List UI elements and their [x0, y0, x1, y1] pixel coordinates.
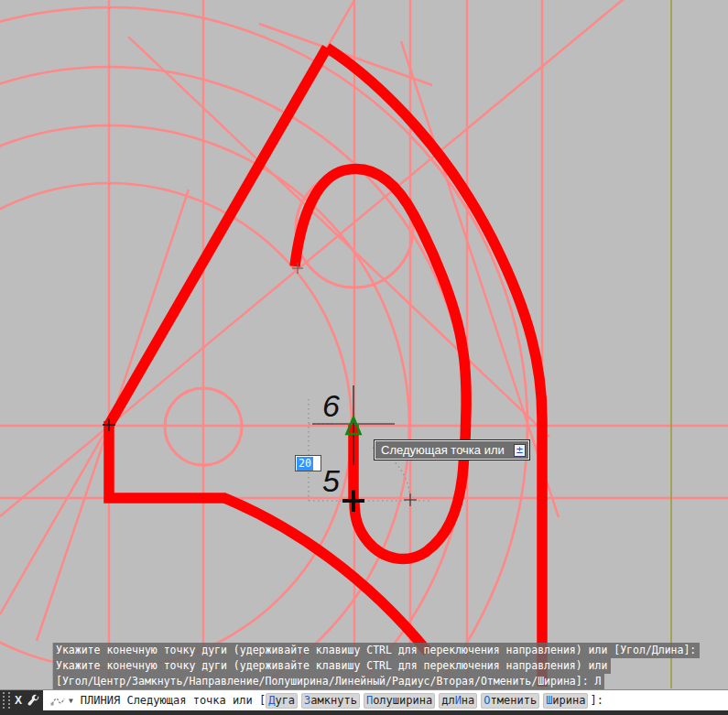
history-line: Укажите конечную точку дуги (удерживайте…	[52, 658, 611, 674]
close-icon[interactable]: X	[15, 694, 22, 707]
command-option-Полуширина[interactable]: Полуширина	[364, 693, 435, 709]
point-5-marker	[342, 490, 364, 512]
history-line: [Угол/Центр/Замкнуть/Направление/Полушир…	[52, 674, 604, 689]
construction-circles	[0, 7, 527, 689]
command-option-Дуга[interactable]: Дуга	[266, 693, 298, 709]
recent-command-icon[interactable]: ▼	[50, 695, 73, 706]
wrench-icon[interactable]	[27, 694, 40, 708]
dynamic-input-value: 20	[297, 457, 313, 471]
command-option-длИна[interactable]: длИна	[439, 693, 477, 709]
command-line-bar: X ▼ ПЛИНИЯ Следующая точка или [ ДугаЗам…	[0, 689, 728, 715]
autocad-window: 6 5 20 Следующая точка или ± Укажите кон…	[0, 0, 728, 715]
polyline-inner-loop	[295, 168, 466, 558]
dynamic-input-field[interactable]: 20	[295, 455, 321, 471]
bracket-close: ]:	[590, 694, 603, 707]
polyline-bottom-arc	[224, 498, 428, 652]
drag-handle[interactable]	[3, 692, 10, 709]
more-options-icon[interactable]: ±	[514, 444, 526, 457]
polyline-left-foot	[109, 421, 226, 498]
tooltip-text: Следующая точка или	[375, 443, 514, 457]
model-space-canvas[interactable]	[0, 0, 728, 689]
command-prompt-line[interactable]: ПЛИНИЯ Следующая точка или [ ДугаЗамкнут…	[81, 693, 603, 709]
command-option-Ширина[interactable]: Ширина	[543, 693, 588, 709]
command-prompt-text: Следующая точка или	[126, 694, 252, 707]
command-options: ДугаЗамкнутьПолуширинадлИнаОтменитьШирин…	[266, 693, 590, 709]
chevron-down-icon[interactable]: ▼	[69, 697, 73, 705]
history-line: Укажите конечную точку дуги (удерживайте…	[52, 643, 700, 658]
active-command-name: ПЛИНИЯ	[81, 694, 120, 707]
command-option-Замкнуть[interactable]: Замкнуть	[301, 693, 360, 709]
point-label-5: 5	[322, 465, 340, 496]
command-option-Отменить[interactable]: Отменить	[481, 693, 539, 709]
dynamic-prompt-tooltip: Следующая точка или ±	[374, 439, 530, 460]
point-label-6: 6	[322, 390, 340, 421]
bracket-open: [	[259, 694, 266, 707]
command-bar-grip-area: X	[0, 690, 43, 710]
polyline-diagonal-stroke	[109, 48, 327, 425]
